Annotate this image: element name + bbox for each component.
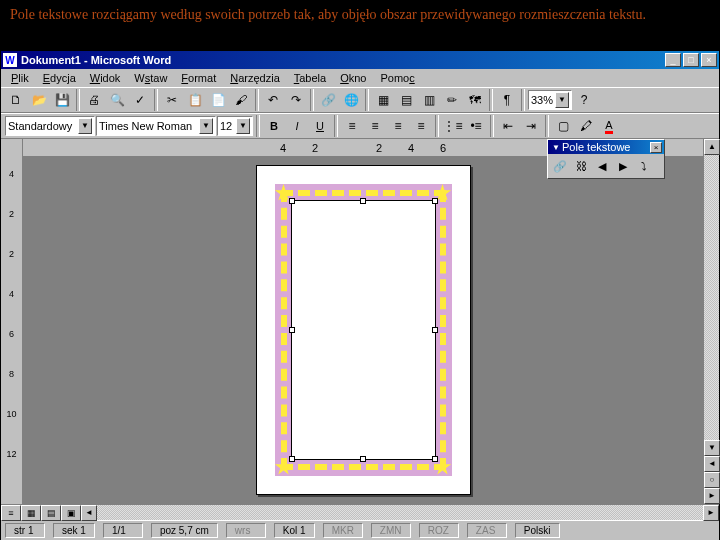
bold-icon[interactable]: B [263, 115, 285, 137]
menu-okno[interactable]: Okno [334, 70, 372, 86]
cut-icon[interactable]: ✂ [161, 89, 183, 111]
preview-icon[interactable]: 🔍 [106, 89, 128, 111]
menu-tabela[interactable]: Tabela [288, 70, 332, 86]
redo-icon[interactable]: ↷ [285, 89, 307, 111]
text-box-toolbar[interactable]: ▼Pole tekstowe× 🔗 ⛓ ◀ ▶ ⤵ [547, 139, 665, 179]
statusbar: str 1 sek 1 1/1 poz 5,7 cm wrs Kol 1 MKR… [1, 520, 719, 540]
status-page: str 1 [5, 523, 45, 538]
hyperlink-icon[interactable]: 🔗 [317, 89, 339, 111]
scroll-right-icon[interactable]: ► [703, 505, 719, 521]
status-pages: 1/1 [103, 523, 143, 538]
italic-icon[interactable]: I [286, 115, 308, 137]
link-textbox-icon[interactable]: 🔗 [550, 156, 570, 176]
next-textbox-icon[interactable]: ▶ [613, 156, 633, 176]
menu-widok[interactable]: Widok [84, 70, 127, 86]
status-zmn[interactable]: ZMN [371, 523, 411, 538]
normal-view-icon[interactable]: ≡ [1, 505, 21, 521]
standard-toolbar: 🗋 📂 💾 🖨 🔍 ✓ ✂ 📋 📄 🖌 ↶ ↷ 🔗 🌐 ▦ ▤ ▥ ✏ 🗺 ¶ … [1, 87, 719, 113]
status-lang[interactable]: Polski [515, 523, 560, 538]
text-direction-icon[interactable]: ⤵ [634, 156, 654, 176]
excel-icon[interactable]: ▤ [395, 89, 417, 111]
maximize-button[interactable]: □ [683, 53, 699, 67]
next-page-icon[interactable]: ► [704, 488, 720, 504]
vertical-scrollbar[interactable]: ▲ ▼ ◄ ○ ► [703, 139, 719, 504]
scroll-down-icon[interactable]: ▼ [704, 440, 720, 456]
break-link-icon[interactable]: ⛓ [571, 156, 591, 176]
vertical-ruler[interactable]: 42 24 68 1012 [1, 139, 23, 504]
zoom-combo[interactable]: 33%▼ [528, 90, 572, 110]
help-icon[interactable]: ? [573, 89, 595, 111]
borders-icon[interactable]: ▢ [552, 115, 574, 137]
resize-handle[interactable] [289, 198, 295, 204]
status-zas[interactable]: ZAS [467, 523, 507, 538]
status-position: poz 5,7 cm [151, 523, 218, 538]
size-combo[interactable]: 12▼ [217, 116, 253, 136]
page[interactable] [256, 165, 471, 495]
page-view-icon[interactable]: ▤ [41, 505, 61, 521]
menu-wstaw[interactable]: Wstaw [128, 70, 173, 86]
justify-icon[interactable]: ≡ [410, 115, 432, 137]
document-area[interactable]: 42 246 [23, 139, 703, 504]
status-col: Kol 1 [274, 523, 315, 538]
resize-handle[interactable] [432, 327, 438, 333]
resize-handle[interactable] [360, 456, 366, 462]
show-hide-icon[interactable]: ¶ [496, 89, 518, 111]
new-icon[interactable]: 🗋 [5, 89, 27, 111]
open-icon[interactable]: 📂 [28, 89, 50, 111]
increase-indent-icon[interactable]: ⇥ [520, 115, 542, 137]
tables-icon[interactable]: ▦ [372, 89, 394, 111]
numbering-icon[interactable]: ⋮≡ [442, 115, 464, 137]
titlebar: W Dokument1 - Microsoft Word _ □ × [1, 51, 719, 69]
map-icon[interactable]: 🗺 [464, 89, 486, 111]
bullets-icon[interactable]: •≡ [465, 115, 487, 137]
web-toolbar-icon[interactable]: 🌐 [340, 89, 362, 111]
drawing-icon[interactable]: ✏ [441, 89, 463, 111]
online-view-icon[interactable]: ▦ [21, 505, 41, 521]
prev-page-icon[interactable]: ◄ [704, 456, 720, 472]
resize-handle[interactable] [289, 327, 295, 333]
status-roz[interactable]: ROZ [419, 523, 459, 538]
instruction-text: Pole tekstowe rozciągamy według swoich p… [0, 0, 720, 50]
resize-handle[interactable] [432, 456, 438, 462]
resize-handle[interactable] [289, 456, 295, 462]
menu-plik[interactable]: Plik [5, 70, 35, 86]
save-icon[interactable]: 💾 [51, 89, 73, 111]
minimize-button[interactable]: _ [665, 53, 681, 67]
highlight-icon[interactable]: 🖍 [575, 115, 597, 137]
scroll-up-icon[interactable]: ▲ [704, 139, 720, 155]
text-box[interactable] [291, 200, 436, 460]
print-icon[interactable]: 🖨 [83, 89, 105, 111]
browse-object-icon[interactable]: ○ [704, 472, 720, 488]
close-icon[interactable]: × [650, 142, 662, 153]
menu-pomoc[interactable]: Pomoc [374, 70, 420, 86]
floating-title: Pole tekstowe [562, 141, 630, 153]
resize-handle[interactable] [432, 198, 438, 204]
style-combo[interactable]: Standardowy▼ [5, 116, 95, 136]
menu-narzedzia[interactable]: Narzędzia [224, 70, 286, 86]
copy-icon[interactable]: 📋 [184, 89, 206, 111]
menu-format[interactable]: Format [175, 70, 222, 86]
undo-icon[interactable]: ↶ [262, 89, 284, 111]
outline-view-icon[interactable]: ▣ [61, 505, 81, 521]
paste-icon[interactable]: 📄 [207, 89, 229, 111]
spellcheck-icon[interactable]: ✓ [129, 89, 151, 111]
underline-icon[interactable]: U [309, 115, 331, 137]
format-painter-icon[interactable]: 🖌 [230, 89, 252, 111]
decrease-indent-icon[interactable]: ⇤ [497, 115, 519, 137]
status-mkr[interactable]: MKR [323, 523, 363, 538]
font-color-icon[interactable]: A [598, 115, 620, 137]
align-right-icon[interactable]: ≡ [387, 115, 409, 137]
menu-edycja[interactable]: Edycja [37, 70, 82, 86]
align-center-icon[interactable]: ≡ [364, 115, 386, 137]
columns-icon[interactable]: ▥ [418, 89, 440, 111]
formatting-toolbar: Standardowy▼ Times New Roman▼ 12▼ B I U … [1, 113, 719, 139]
resize-handle[interactable] [360, 198, 366, 204]
align-left-icon[interactable]: ≡ [341, 115, 363, 137]
horizontal-scrollbar[interactable]: ≡ ▦ ▤ ▣ ◄ ► [1, 504, 719, 520]
menubar: Plik Edycja Widok Wstaw Format Narzędzia… [1, 69, 719, 87]
window-title: Dokument1 - Microsoft Word [21, 54, 665, 66]
font-combo[interactable]: Times New Roman▼ [96, 116, 216, 136]
close-button[interactable]: × [701, 53, 717, 67]
prev-textbox-icon[interactable]: ◀ [592, 156, 612, 176]
scroll-left-icon[interactable]: ◄ [81, 505, 97, 521]
